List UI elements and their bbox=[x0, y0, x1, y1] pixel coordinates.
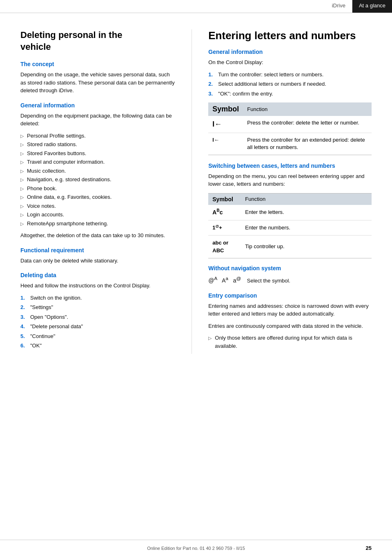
list-item: ▷Online data, e.g. Favorites, cookies. bbox=[20, 193, 175, 201]
bullet-arrow-icon: ▷ bbox=[20, 159, 24, 166]
altogether-text: Altogether, the deletion of the data can… bbox=[20, 231, 175, 240]
bullet-arrow-icon: ▷ bbox=[208, 335, 212, 342]
bullet-arrow-icon: ▷ bbox=[20, 185, 24, 192]
control-display-text: On the Control Display: bbox=[208, 58, 372, 67]
right-steps-list: 1.Turn the controller: select letters or… bbox=[208, 71, 372, 98]
symbol-cell: I← bbox=[208, 116, 243, 133]
page-title: Deleting personal in the vehicle bbox=[20, 29, 175, 53]
function-cell: Press the controller: delete the letter … bbox=[243, 116, 372, 133]
list-item: ▷Voice notes. bbox=[20, 202, 175, 210]
bullet-arrow-icon: ▷ bbox=[20, 133, 24, 140]
header-ataglance-label: At a glance bbox=[352, 0, 392, 13]
bullet-arrow-icon: ▷ bbox=[20, 176, 24, 183]
concept-text: Depending on the usage, the vehicle save… bbox=[20, 71, 175, 95]
functional-req-text: Data can only be deleted while stationar… bbox=[20, 257, 175, 265]
deleting-data-heading: Deleting data bbox=[20, 272, 175, 278]
function-cell: Enter the letters. bbox=[241, 205, 372, 220]
bullet-list: ▷Personal Profile settings. ▷Stored radi… bbox=[20, 132, 175, 228]
right-page-title: Entering letters and numbers bbox=[208, 29, 372, 42]
entry-comparison-text1: Entering names and addresses: choice is … bbox=[208, 302, 372, 318]
without-nav-section: Without navigation system @A Aa a@ Selec… bbox=[208, 265, 372, 285]
symbol-table: Symbol Function I← Press the controller:… bbox=[208, 102, 372, 155]
entry-comparison-text2: Entries are continuously compared with d… bbox=[208, 322, 372, 330]
right-column: Entering letters and numbers General inf… bbox=[192, 29, 372, 354]
list-item: ▷Music collection. bbox=[20, 167, 175, 175]
list-item: 2.Select additional letters or numbers i… bbox=[208, 80, 372, 88]
entry-comparison-heading: Entry comparison bbox=[208, 292, 372, 299]
list-item: ▷Personal Profile settings. bbox=[20, 132, 175, 140]
header-idrive-label: iDrive bbox=[325, 0, 352, 13]
page-header: iDrive At a glance bbox=[0, 0, 392, 13]
table-row: 1@+ Enter the numbers. bbox=[208, 220, 372, 235]
cases-table: Symbol Function ABc Enter the letters. 1… bbox=[208, 193, 372, 258]
list-item: ▷Phone book. bbox=[20, 185, 175, 193]
list-item: ▷ Only those letters are offered during … bbox=[208, 334, 372, 350]
page-footer: Online Edition for Part no. 01 40 2 960 … bbox=[0, 540, 392, 556]
list-item: 1.Turn the controller: select letters or… bbox=[208, 71, 372, 79]
cases-col2: Function bbox=[241, 193, 372, 205]
bullet-arrow-icon: ▷ bbox=[20, 211, 24, 218]
bullet-arrow-icon: ▷ bbox=[20, 220, 24, 227]
list-item: 6."OK" bbox=[20, 342, 175, 350]
entry-bullet-list: ▷ Only those letters are offered during … bbox=[208, 334, 372, 350]
without-nav-symbols-text: @A Aa a@ Select the symbol. bbox=[208, 275, 372, 285]
list-item: 3."OK": confirm the entry. bbox=[208, 90, 372, 98]
left-column: Deleting personal in the vehicle The con… bbox=[20, 29, 192, 354]
list-item: ▷Stored radio stations. bbox=[20, 140, 175, 149]
list-item: 2."Settings" bbox=[20, 303, 175, 311]
function-cell: Tip controller up. bbox=[241, 235, 372, 258]
table-row: ABc Enter the letters. bbox=[208, 205, 372, 220]
bullet-arrow-icon: ▷ bbox=[20, 194, 24, 201]
without-nav-heading: Without navigation system bbox=[208, 265, 372, 271]
bullet-arrow-icon: ▷ bbox=[20, 141, 24, 148]
list-item: ▷Login accounts. bbox=[20, 211, 175, 219]
bullet-arrow-icon: ▷ bbox=[20, 203, 24, 210]
bullet-arrow-icon: ▷ bbox=[20, 168, 24, 175]
list-item: ▷Travel and computer information. bbox=[20, 158, 175, 166]
footer-text: Online Edition for Part no. 01 40 2 960 … bbox=[147, 546, 245, 551]
page-number: 25 bbox=[366, 545, 372, 551]
deleting-data-text: Heed and follow the instructions on the … bbox=[20, 282, 175, 290]
list-item: 3.Open "Options". bbox=[20, 313, 175, 321]
general-info-heading-left: General information bbox=[20, 102, 175, 109]
symbol-cell: I← bbox=[208, 133, 243, 155]
list-item: ▷Stored Favorites buttons. bbox=[20, 149, 175, 158]
table-row: abc or ABC Tip controller up. bbox=[208, 235, 372, 258]
table-row: I← Press the controller for an extended … bbox=[208, 133, 372, 155]
function-cell: Enter the numbers. bbox=[241, 220, 372, 235]
symbol-cell: 1@+ bbox=[208, 220, 241, 235]
list-item: 4."Delete personal data" bbox=[20, 322, 175, 331]
general-info-heading-right: General information bbox=[208, 49, 372, 55]
switching-heading: Switching between cases, letters and num… bbox=[208, 162, 372, 169]
functional-req-heading: Functional requirement bbox=[20, 247, 175, 254]
list-item: ▷Navigation, e.g. stored destinations. bbox=[20, 176, 175, 184]
concept-heading: The concept bbox=[20, 61, 175, 67]
symbol-table-col1: Symbol bbox=[208, 102, 243, 116]
bullet-arrow-icon: ▷ bbox=[20, 150, 24, 157]
symbol-cell: ABc bbox=[208, 205, 241, 220]
list-item: ▷RemoteApp smartphone tethering. bbox=[20, 220, 175, 228]
table-row: I← Press the controller: delete the lett… bbox=[208, 116, 372, 133]
symbol-cell: abc or ABC bbox=[208, 235, 241, 258]
general-info-text-left: Depending on the equipment package, the … bbox=[20, 112, 175, 128]
main-content: Deleting personal in the vehicle The con… bbox=[0, 13, 392, 378]
symbol-table-col2: Function bbox=[243, 102, 372, 116]
cases-col1: Symbol bbox=[208, 193, 241, 205]
switching-text: Depending on the menu, you can reel betw… bbox=[208, 172, 372, 188]
steps-list: 1.Switch on the ignition. 2."Settings" 3… bbox=[20, 294, 175, 350]
function-cell: Press the controller for an extended per… bbox=[243, 133, 372, 155]
list-item: 5."Continue" bbox=[20, 332, 175, 340]
list-item: 1.Switch on the ignition. bbox=[20, 294, 175, 302]
